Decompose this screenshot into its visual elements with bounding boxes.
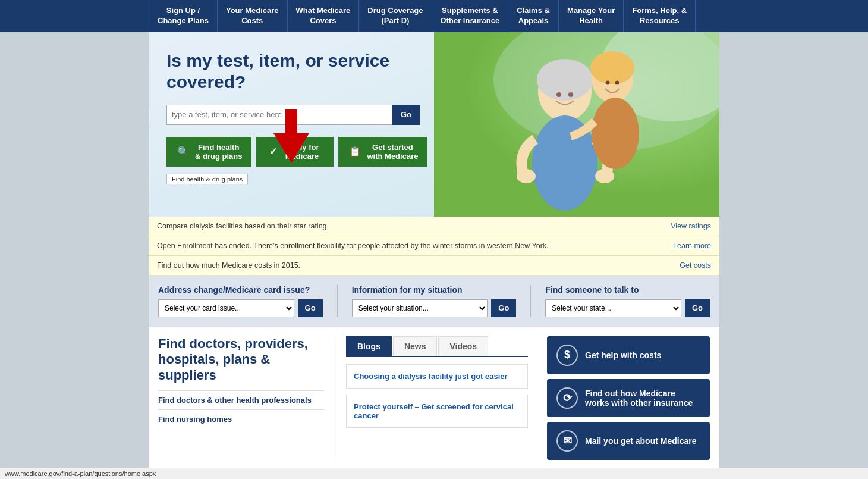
nav-manage[interactable]: Manage YourHealth: [559, 0, 624, 32]
information-title: Information for my situation: [352, 285, 517, 295]
hero-section: Is my test, item, or service covered? Go…: [149, 32, 719, 217]
hero-title: Is my test, item, or service covered?: [166, 50, 452, 93]
address-change-title: Address change/Medicare card issue?: [158, 285, 323, 295]
blog-section: Blogs News Videos Choosing a dialysis fa…: [336, 336, 537, 460]
situation-select[interactable]: Select your situation...: [352, 299, 488, 317]
find-someone-title: Find someone to talk to: [545, 285, 710, 295]
find-providers-title: Find doctors, providers, hospitals, plan…: [158, 336, 324, 383]
hero-people-svg: [434, 32, 719, 217]
help-costs-label: Get help with costs: [585, 350, 661, 360]
alert-enrollment-link[interactable]: Learn more: [673, 242, 711, 250]
address-change-select-row: Select your card issue... Go: [158, 299, 323, 317]
alert-costs: Find out how much Medicare costs in 2015…: [149, 256, 719, 275]
svg-point-10: [592, 98, 639, 169]
mail-icon: ✉: [556, 430, 578, 452]
state-go-button[interactable]: Go: [685, 299, 710, 317]
find-someone-select-row: Select your state... Go: [545, 299, 710, 317]
nav-supplements[interactable]: Supplements &Other Insurance: [432, 0, 509, 32]
medicare-other-insurance-button[interactable]: ⟳ Find out how Medicare works with other…: [547, 379, 710, 417]
dollar-icon: $: [556, 345, 578, 366]
svg-point-9: [590, 51, 634, 84]
card-issue-go-button[interactable]: Go: [298, 299, 323, 317]
find-health-btn-label: Find health& drug plans: [195, 143, 242, 161]
search-icon: 🔍: [176, 145, 190, 159]
alert-costs-link[interactable]: Get costs: [680, 261, 711, 270]
blog-card-1[interactable]: Choosing a dialysis facility just got ea…: [346, 364, 528, 389]
tooltip-area: Find health & drug plans: [166, 171, 452, 184]
find-health-drug-plans-button[interactable]: 🔍 Find health& drug plans: [166, 137, 251, 167]
svg-point-13: [517, 169, 536, 183]
svg-point-12: [615, 80, 619, 84]
svg-marker-15: [273, 109, 309, 163]
alert-dialysis-link[interactable]: View ratings: [671, 222, 711, 230]
alert-enrollment-text: Open Enrollment has ended. There's enrol…: [157, 242, 661, 250]
tooltip-text: Find health & drug plans: [166, 174, 248, 184]
address-change-widget: Address change/Medicare card issue? Sele…: [158, 285, 323, 317]
nav-forms[interactable]: Forms, Help, &Resources: [624, 0, 696, 32]
get-started-btn-label: Get startedwith Medicare: [367, 143, 418, 161]
help-with-costs-button[interactable]: $ Get help with costs: [547, 336, 710, 374]
svg-point-4: [537, 59, 593, 101]
quick-links-section: $ Get help with costs ⟳ Find out how Med…: [537, 336, 710, 460]
circle-arrow-icon: ⟳: [556, 387, 578, 409]
other-insurance-label: Find out how Medicare works with other i…: [585, 389, 700, 408]
widgets-row: Address change/Medicare card issue? Sele…: [149, 275, 719, 327]
alert-dialysis-text: Compare dialysis facilities based on the…: [157, 222, 659, 230]
bottom-section: Find doctors, providers, hospitals, plan…: [149, 327, 719, 469]
hero-bg: [434, 32, 719, 217]
svg-point-7: [568, 92, 573, 97]
mail-medicare-button[interactable]: ✉ Mail you get about Medicare: [547, 422, 710, 460]
main-container: Is my test, item, or service covered? Go…: [149, 32, 719, 469]
svg-point-11: [606, 80, 610, 84]
nav-covers[interactable]: What MedicareCovers: [288, 0, 360, 32]
tab-news[interactable]: News: [393, 336, 438, 356]
nav-items-container: Sign Up /Change Plans Your MedicareCosts…: [149, 0, 719, 32]
find-someone-widget: Find someone to talk to Select your stat…: [545, 285, 710, 317]
blog-card-2-title: Protect yourself – Get screened for cerv…: [354, 402, 520, 420]
arrow-svg: [268, 109, 315, 163]
alerts-section: Compare dialysis facilities based on the…: [149, 217, 719, 275]
mail-medicare-label: Mail you get about Medicare: [585, 436, 696, 446]
hero-image: [434, 32, 719, 217]
state-select[interactable]: Select your state...: [545, 299, 681, 317]
find-nursing-homes-link[interactable]: Find nursing homes: [158, 409, 324, 428]
card-issue-select[interactable]: Select your card issue...: [158, 299, 294, 317]
blog-tabs-container: Blogs News Videos: [346, 336, 528, 357]
widget-divider-1: [337, 285, 338, 317]
nav-costs[interactable]: Your MedicareCosts: [218, 0, 288, 32]
search-go-button[interactable]: Go: [392, 105, 420, 125]
find-providers-section: Find doctors, providers, hospitals, plan…: [158, 336, 336, 460]
alert-enrollment: Open Enrollment has ended. There's enrol…: [149, 236, 719, 256]
top-navigation: Sign Up /Change Plans Your MedicareCosts…: [0, 0, 868, 32]
situation-go-button[interactable]: Go: [491, 299, 516, 317]
nav-signup[interactable]: Sign Up /Change Plans: [149, 0, 218, 32]
document-icon: 📋: [348, 145, 362, 159]
alert-dialysis: Compare dialysis facilities based on the…: [149, 217, 719, 236]
svg-point-14: [595, 169, 614, 183]
get-started-medicare-button[interactable]: 📋 Get startedwith Medicare: [338, 137, 427, 167]
find-doctors-link[interactable]: Find doctors & other health professional…: [158, 390, 324, 409]
alert-costs-text: Find out how much Medicare costs in 2015…: [157, 261, 668, 270]
information-select-row: Select your situation... Go: [352, 299, 517, 317]
widget-divider-2: [530, 285, 531, 317]
blog-card-1-title: Choosing a dialysis facility just got ea…: [354, 372, 520, 381]
svg-point-6: [556, 92, 561, 97]
status-bar: www.medicare.gov/find-a-plan/questions/h…: [0, 468, 868, 469]
tab-videos[interactable]: Videos: [438, 336, 488, 356]
blog-card-2[interactable]: Protect yourself – Get screened for cerv…: [346, 395, 528, 428]
nav-claims[interactable]: Claims &Appeals: [508, 0, 559, 32]
tab-blogs[interactable]: Blogs: [346, 336, 392, 356]
nav-drug[interactable]: Drug Coverage(Part D): [359, 0, 432, 32]
information-widget: Information for my situation Select your…: [352, 285, 517, 317]
